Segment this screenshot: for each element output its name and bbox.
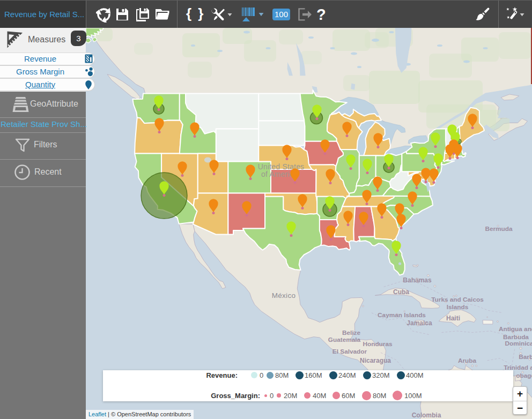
svg-text:Antigua and: Antigua and [499, 325, 532, 333]
svg-text:Bahamas: Bahamas [403, 276, 432, 284]
svg-text:Islands: Islands [447, 303, 469, 311]
svg-text:obago: obago [516, 372, 532, 379]
svg-text:Aruba: Aruba [458, 357, 477, 364]
svg-text:El Salvador: El Salvador [332, 348, 367, 355]
svg-text:Belize: Belize [342, 329, 361, 336]
svg-text:México: México [272, 291, 296, 300]
svg-text:Cuba: Cuba [393, 288, 409, 296]
svg-text:Colombia: Colombia [412, 411, 441, 419]
svg-text:Turks and Caicos: Turks and Caicos [431, 296, 484, 303]
svg-text:Cayman Islands: Cayman Islands [378, 311, 426, 319]
svg-text:Honduras: Honduras [363, 340, 392, 348]
svg-text:Dominica: Dominica [505, 340, 532, 347]
svg-text:Bermuda: Bermuda [485, 225, 513, 233]
svg-text:Haiti: Haiti [446, 315, 460, 322]
svg-text:Guatemala: Guatemala [328, 336, 361, 343]
svg-text:Barba: Barba [519, 353, 532, 361]
svg-text:Jamaica: Jamaica [407, 319, 432, 327]
svg-text:Nicaragua: Nicaragua [360, 357, 391, 364]
